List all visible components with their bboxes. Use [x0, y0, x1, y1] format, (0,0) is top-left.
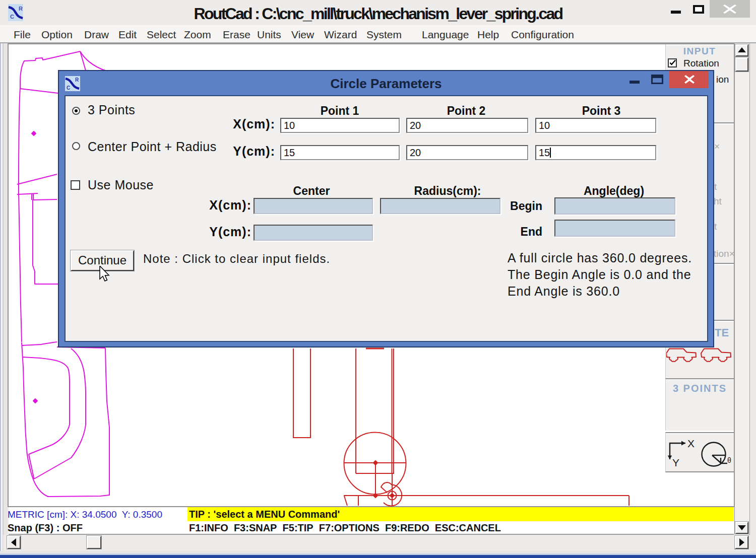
svg-text:C: C [67, 85, 70, 91]
svg-text:Y: Y [672, 457, 679, 468]
svg-text:θ: θ [727, 456, 731, 464]
svg-text:R: R [75, 77, 79, 83]
svg-text:X: X [687, 438, 695, 449]
